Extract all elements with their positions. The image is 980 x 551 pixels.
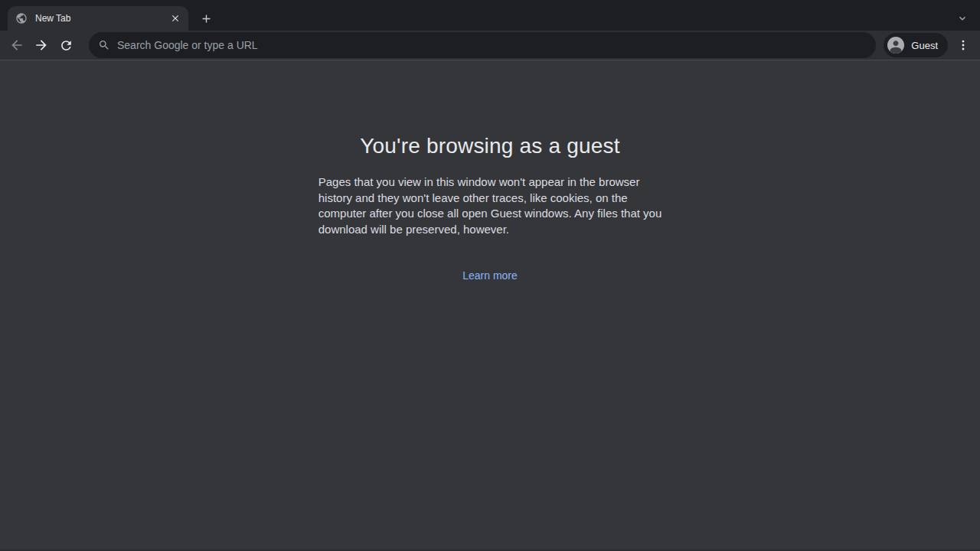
toolbar: Guest xyxy=(0,31,980,60)
address-bar[interactable] xyxy=(89,32,876,58)
tab-new-tab[interactable]: New Tab xyxy=(8,6,188,31)
new-tab-button[interactable] xyxy=(197,9,215,28)
tab-strip: New Tab xyxy=(0,0,980,31)
guest-avatar-icon xyxy=(887,37,904,54)
forward-button[interactable] xyxy=(31,34,52,56)
guest-description-line: download will be preserved, however. xyxy=(318,222,662,238)
search-icon xyxy=(98,39,110,51)
tab-title: New Tab xyxy=(35,13,161,24)
reload-button[interactable] xyxy=(55,34,77,56)
tab-close-icon[interactable] xyxy=(168,11,182,25)
guest-description-line: Pages that you view in this window won't… xyxy=(318,174,662,191)
page-title: You're browsing as a guest xyxy=(0,134,980,158)
globe-favicon-icon xyxy=(15,12,28,24)
url-input[interactable] xyxy=(117,39,865,51)
guest-description-line: computer after you close all open Guest … xyxy=(318,206,662,222)
tab-list-chevron-down-icon[interactable] xyxy=(953,9,972,28)
menu-dots-icon[interactable] xyxy=(952,34,974,56)
learn-more-link[interactable]: Learn more xyxy=(462,269,518,282)
guest-ntp-page: You're browsing as a guest Pages that yo… xyxy=(0,60,980,551)
guest-description-line: history and they won't leave other trace… xyxy=(318,191,662,207)
guest-description: Pages that you view in this window won't… xyxy=(318,174,662,237)
browser-window: New Tab xyxy=(0,0,980,551)
profile-label: Guest xyxy=(911,40,938,51)
profile-button[interactable]: Guest xyxy=(884,33,948,57)
back-button[interactable] xyxy=(6,34,28,56)
